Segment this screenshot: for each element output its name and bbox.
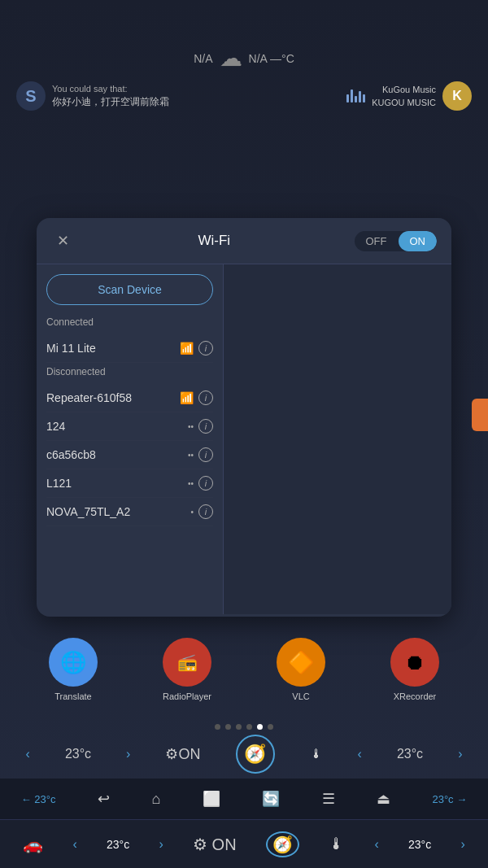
fan-icon: ⚙ON bbox=[165, 745, 200, 763]
scan-device-button[interactable]: Scan Device bbox=[46, 274, 213, 305]
voice-left: S You could say that: 你好小迪，打开空调前除霜 bbox=[16, 81, 169, 111]
modal-title: Wi-Fi bbox=[198, 233, 230, 249]
center-widget[interactable]: 🧭 bbox=[236, 735, 275, 774]
voice-could-say: You could say that: bbox=[52, 83, 169, 95]
dot-5 bbox=[257, 724, 263, 730]
nav-center-btn[interactable]: 🧭 bbox=[266, 831, 299, 857]
system-nav: ← 23°c ↩ ⌂ ⬜ 🔄 ☰ ⏏ 23°c → bbox=[0, 779, 488, 819]
wifi-signal-icon: 📶 bbox=[180, 342, 194, 355]
music-bars bbox=[346, 89, 365, 103]
nav-right-arrow-1[interactable]: › bbox=[159, 837, 163, 852]
dot-2 bbox=[225, 724, 231, 730]
translate-icon: 🌐 bbox=[49, 638, 98, 687]
app-vlc[interactable]: 🔶 VLC bbox=[277, 638, 325, 701]
heating-icon: 🌡 bbox=[310, 747, 323, 761]
weather-right: N/A —°C bbox=[249, 52, 294, 65]
toggle-on[interactable]: ON bbox=[399, 231, 438, 251]
toggle-off[interactable]: OFF bbox=[355, 231, 399, 251]
network-name-3: L121 bbox=[46, 477, 188, 490]
info-icon-2[interactable]: i bbox=[198, 447, 213, 462]
connected-network-name: Mi 11 Lite bbox=[46, 342, 180, 355]
bar5 bbox=[363, 94, 365, 103]
bar4 bbox=[359, 91, 361, 103]
info-icon-1[interactable]: i bbox=[198, 419, 213, 434]
left-arrow-2[interactable]: ‹ bbox=[358, 747, 362, 761]
app-dock: 🌐 Translate 📻 RadioPlayer 🔶 VLC ⏺ XRecor… bbox=[0, 630, 488, 709]
vlc-label: VLC bbox=[292, 691, 309, 701]
nav-temp-left: ← 23°c bbox=[21, 793, 56, 805]
nav-left-arrow-2[interactable]: ‹ bbox=[374, 837, 378, 852]
voice-command: 你好小迪，打开空调前除霜 bbox=[52, 95, 169, 109]
network-item-3[interactable]: L121 •• i bbox=[46, 469, 213, 498]
network-item-4[interactable]: NOVA_75TL_A2 • i bbox=[46, 498, 213, 526]
bar1 bbox=[346, 94, 349, 103]
info-icon[interactable]: i bbox=[198, 341, 213, 355]
info-icon-0[interactable]: i bbox=[198, 390, 213, 405]
connected-network-icons: 📶 i bbox=[180, 341, 213, 355]
music-logo: K bbox=[442, 81, 472, 111]
nav-menu[interactable]: ☰ bbox=[322, 790, 335, 808]
wifi-modal: ✕ Wi-Fi OFF ON Scan Device Connected Mi … bbox=[37, 218, 451, 617]
network-list: Scan Device Connected Mi 11 Lite 📶 i Dis… bbox=[37, 264, 224, 614]
dot-1 bbox=[215, 724, 220, 730]
left-temp-value: 23°c bbox=[65, 747, 91, 761]
modal-header: ✕ Wi-Fi OFF ON bbox=[37, 218, 451, 264]
close-button[interactable]: ✕ bbox=[51, 229, 74, 252]
weather-left: N/A bbox=[194, 52, 212, 65]
voice-row: S You could say that: 你好小迪，打开空调前除霜 KuGou… bbox=[16, 81, 472, 111]
bar2 bbox=[351, 89, 353, 103]
info-icon-3[interactable]: i bbox=[198, 476, 213, 491]
app-xrecorder[interactable]: ⏺ XRecorder bbox=[390, 638, 439, 701]
widget-bar: ‹ 23°c › ⚙ON 🧭 🌡 ‹ 23°c › bbox=[0, 730, 488, 779]
nav-power[interactable]: ⏏ bbox=[377, 790, 390, 808]
right-temp-value: 23°c bbox=[397, 747, 423, 761]
network-name-2: c6a56cb8 bbox=[46, 448, 188, 461]
radio-icon: 📻 bbox=[163, 638, 211, 687]
network-icons-3: •• i bbox=[188, 476, 213, 491]
nav-rotate[interactable]: 🔄 bbox=[262, 790, 280, 808]
right-arrow-1[interactable]: › bbox=[126, 747, 130, 761]
network-name-1: 124 bbox=[46, 420, 188, 433]
dot-3 bbox=[236, 724, 242, 730]
network-icons-4: • i bbox=[190, 504, 213, 519]
right-arrow-2[interactable]: › bbox=[458, 747, 462, 761]
bar3 bbox=[355, 96, 357, 103]
xrecorder-icon: ⏺ bbox=[390, 638, 439, 687]
nav-heat-icon[interactable]: 🌡 bbox=[329, 835, 345, 853]
app-radio[interactable]: 📻 RadioPlayer bbox=[163, 638, 211, 701]
network-icons-2: •• i bbox=[188, 447, 213, 462]
vlc-icon: 🔶 bbox=[277, 638, 325, 687]
nav-left-temp: 23°c bbox=[107, 838, 129, 851]
wifi-signal-icon-4: • bbox=[190, 508, 194, 517]
dot-6 bbox=[268, 724, 273, 730]
modal-body: Scan Device Connected Mi 11 Lite 📶 i Dis… bbox=[37, 264, 451, 614]
app-translate[interactable]: 🌐 Translate bbox=[49, 638, 98, 701]
network-item-2[interactable]: c6a56cb8 •• i bbox=[46, 441, 213, 469]
nav-home[interactable]: ⌂ bbox=[151, 791, 160, 808]
nav-temp-right: 23°c → bbox=[432, 793, 467, 805]
xrecorder-label: XRecorder bbox=[394, 691, 437, 701]
nav-fan-icon[interactable]: ⚙ ON bbox=[193, 835, 237, 854]
orange-side-button[interactable] bbox=[472, 399, 488, 431]
voice-text: You could say that: 你好小迪，打开空调前除霜 bbox=[52, 83, 169, 109]
weather-icon: ☁ bbox=[220, 45, 242, 72]
music-service: KuGou Music bbox=[372, 83, 436, 97]
network-item-1[interactable]: 124 •• i bbox=[46, 412, 213, 441]
nav-left-arrow[interactable]: ‹ bbox=[72, 837, 76, 852]
page-dots bbox=[215, 724, 273, 730]
radio-label: RadioPlayer bbox=[163, 691, 211, 701]
nav-recents[interactable]: ⬜ bbox=[203, 790, 220, 808]
wifi-signal-icon-2: •• bbox=[188, 451, 194, 460]
network-item-0[interactable]: Repeater-610f58 📶 i bbox=[46, 384, 213, 412]
left-arrow-1[interactable]: ‹ bbox=[26, 747, 30, 761]
nav-right-arrow-2[interactable]: › bbox=[460, 837, 464, 852]
wifi-toggle[interactable]: OFF ON bbox=[355, 231, 438, 251]
disconnected-label: Disconnected bbox=[46, 366, 213, 377]
network-item-connected[interactable]: Mi 11 Lite 📶 i bbox=[46, 334, 213, 363]
nav-car-icon[interactable]: 🚗 bbox=[23, 835, 43, 854]
nav-back[interactable]: ↩ bbox=[98, 790, 110, 808]
dot-4 bbox=[246, 724, 252, 730]
info-icon-4[interactable]: i bbox=[198, 504, 213, 519]
right-temp: 23°c bbox=[397, 747, 423, 761]
music-service-upper: KUGOU MUSIC bbox=[372, 96, 436, 110]
